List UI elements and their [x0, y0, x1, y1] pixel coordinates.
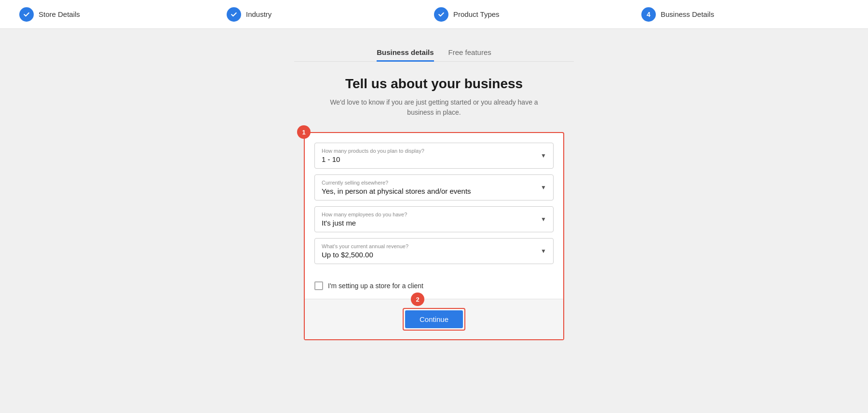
employees-value: It's just me — [322, 219, 546, 227]
page-title: Tell us about your business — [345, 76, 523, 92]
products-count-value: 1 - 10 — [322, 155, 546, 163]
main-content: Business details Free features Tell us a… — [0, 29, 868, 355]
step-industry: Industry — [227, 7, 434, 22]
step-business-details: 4 Business Details — [641, 7, 849, 22]
tab-bar: Business details Free features — [294, 43, 574, 62]
annual-revenue-value: Up to $2,500.00 — [322, 251, 546, 259]
continue-area: 2 Continue — [305, 299, 563, 339]
employees-dropdown[interactable]: How many employees do you have? It's jus… — [314, 206, 554, 232]
step-icon-industry — [227, 7, 241, 22]
selling-elsewhere-label: Currently selling elsewhere? — [322, 180, 546, 186]
continue-button[interactable]: Continue — [405, 310, 463, 328]
tab-free-features[interactable]: Free features — [448, 43, 491, 61]
step-label-store-details: Store Details — [39, 10, 80, 18]
annotation-badge-1: 1 — [297, 125, 311, 139]
continue-button-wrapper: Continue — [403, 308, 465, 331]
selling-elsewhere-value: Yes, in person at physical stores and/or… — [322, 187, 546, 195]
tab-business-details[interactable]: Business details — [377, 43, 434, 61]
employees-label: How many employees do you have? — [322, 212, 546, 217]
employees-arrow-icon: ▼ — [541, 216, 546, 223]
annual-revenue-arrow-icon: ▼ — [541, 248, 546, 254]
products-count-arrow-icon: ▼ — [541, 152, 546, 159]
step-icon-store-details — [19, 7, 34, 22]
annotation-badge-2: 2 — [411, 293, 424, 306]
step-label-business-details: Business Details — [661, 10, 714, 18]
client-store-checkbox[interactable] — [314, 281, 323, 290]
step-icon-business-details: 4 — [641, 7, 656, 22]
step-icon-product-types — [434, 7, 448, 22]
progress-bar: Store Details Industry Product Types 4 B… — [0, 0, 868, 29]
step-store-details: Store Details — [19, 7, 227, 22]
client-store-checkbox-row[interactable]: I'm setting up a store for a client — [305, 275, 563, 299]
annual-revenue-dropdown[interactable]: What's your current annual revenue? Up t… — [314, 238, 554, 264]
step-label-industry: Industry — [246, 10, 271, 18]
products-count-dropdown[interactable]: How many products do you plan to display… — [314, 143, 554, 169]
selling-elsewhere-dropdown[interactable]: Currently selling elsewhere? Yes, in per… — [314, 174, 554, 200]
step-product-types: Product Types — [434, 7, 641, 22]
products-count-label: How many products do you plan to display… — [322, 148, 546, 154]
form-fields: How many products do you plan to display… — [305, 133, 563, 275]
business-details-form: 1 How many products do you plan to displ… — [304, 132, 564, 340]
selling-elsewhere-arrow-icon: ▼ — [541, 184, 546, 191]
annual-revenue-label: What's your current annual revenue? — [322, 243, 546, 249]
client-store-label: I'm setting up a store for a client — [328, 282, 423, 290]
step-label-product-types: Product Types — [453, 10, 500, 18]
page-subtext: We'd love to know if you are just gettin… — [318, 97, 550, 118]
